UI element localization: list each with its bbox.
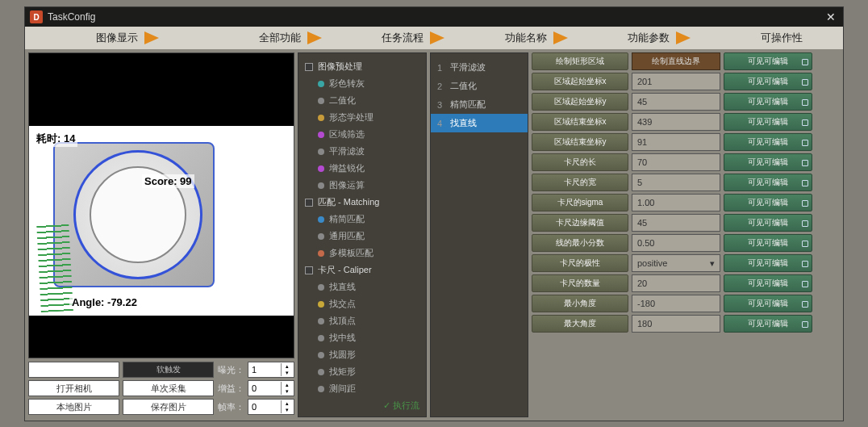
func-icon [318, 352, 324, 358]
header-flow: 任务流程 [352, 31, 474, 45]
save-image-button[interactable]: 保存图片 [123, 399, 214, 415]
fps-spinner[interactable]: ▴▾ [248, 399, 294, 415]
operability-button[interactable]: 可见可编辑 [724, 315, 812, 333]
functions-column: 图像预处理彩色转灰二值化形态学处理区域筛选平滑滤波增益锐化图像运算匹配 - Ma… [298, 52, 427, 417]
header-params: 功能参数 [598, 31, 720, 45]
operability-button[interactable]: 可见可编辑 [724, 274, 812, 292]
func-icon [318, 318, 324, 324]
param-name-button[interactable]: 区域起始坐标x [532, 73, 628, 90]
collapse-icon [305, 63, 313, 71]
func-category[interactable]: 匹配 - Matching [298, 194, 426, 211]
config-window: D TaskConfig ✕ 图像显示 全部功能 任务流程 功能名称 功能参数 … [24, 6, 844, 421]
func-item[interactable]: 精简匹配 [298, 211, 426, 228]
func-item[interactable]: 找矩形 [298, 363, 426, 380]
gain-spinner[interactable]: ▴▾ [248, 380, 294, 396]
param-name-button[interactable]: 卡尺的长 [532, 153, 628, 171]
param-name-button[interactable]: 卡尺的数量 [532, 274, 628, 292]
func-item[interactable]: 找直线 [298, 278, 426, 295]
trigger-select[interactable]: 软触发 [123, 362, 214, 378]
func-icon [318, 149, 324, 155]
collapse-icon [305, 199, 313, 207]
operability-button[interactable]: 可见可编辑 [724, 234, 812, 252]
param-spinner[interactable]: ▴▾ [632, 153, 720, 171]
operability-button[interactable]: 可见可编辑 [724, 93, 812, 111]
flow-step[interactable]: 4找直线 [431, 114, 528, 132]
func-item[interactable]: 通用匹配 [298, 228, 426, 245]
local-image-button[interactable]: 本地图片 [28, 399, 119, 415]
func-item[interactable]: 测间距 [298, 380, 426, 397]
fps-label: 帧率： [217, 401, 244, 413]
func-item[interactable]: 找顶点 [298, 312, 426, 329]
param-spinner[interactable]: ▴▾ [632, 274, 720, 292]
operability-button[interactable]: 可见可编辑 [724, 73, 812, 90]
param-spinner[interactable]: ▴▾ [632, 174, 720, 191]
param-select[interactable]: positive [632, 254, 720, 272]
param-title[interactable]: 绘制直线边界 [632, 52, 720, 70]
func-icon [318, 182, 324, 189]
func-item[interactable]: 找中线 [298, 329, 426, 346]
param-spinner[interactable]: ▴▾ [632, 315, 720, 333]
param-spinner[interactable]: ▴▾ [632, 113, 720, 131]
func-item[interactable]: 多模板匹配 [298, 245, 426, 262]
operability-button[interactable]: 可见可编辑 [724, 133, 812, 151]
column-headers: 图像显示 全部功能 任务流程 功能名称 功能参数 可操作性 [25, 27, 843, 49]
param-name-button[interactable]: 绘制矩形区域 [532, 52, 628, 70]
param-name-button[interactable]: 最小角度 [532, 295, 628, 312]
close-icon[interactable]: ✕ [824, 10, 838, 24]
func-item[interactable]: 增益锐化 [298, 160, 426, 177]
func-item[interactable]: 区域筛选 [298, 126, 426, 143]
flow-step[interactable]: 1平滑滤波 [431, 58, 528, 77]
operability-button[interactable]: 可见可编辑 [724, 153, 812, 171]
open-camera-button[interactable]: 打开相机 [28, 380, 119, 396]
param-spinner[interactable]: ▴▾ [632, 295, 720, 312]
header-ops: 可操作性 [720, 31, 843, 45]
param-name-button[interactable]: 区域结束坐标y [532, 133, 628, 151]
titlebar: D TaskConfig ✕ [25, 7, 843, 27]
param-name-button[interactable]: 卡尺边缘阈值 [532, 214, 628, 232]
param-spinner[interactable]: ▴▾ [632, 234, 720, 252]
func-category[interactable]: 卡尺 - Caliper [298, 262, 426, 278]
func-category[interactable]: 图像预处理 [298, 58, 426, 75]
func-item[interactable]: 形态学处理 [298, 109, 426, 126]
blank-button[interactable] [28, 362, 119, 378]
param-spinner[interactable]: ▴▾ [632, 73, 720, 90]
func-item[interactable]: 彩色转灰 [298, 75, 426, 92]
func-icon [318, 165, 324, 172]
flow-step[interactable]: 3精简匹配 [431, 95, 528, 114]
func-item[interactable]: 平滑滤波 [298, 143, 426, 160]
gain-label: 增益： [217, 383, 244, 395]
operability-button[interactable]: 可见可编辑 [724, 214, 812, 232]
param-spinner[interactable]: ▴▾ [632, 93, 720, 111]
operability-button[interactable]: 可见可编辑 [724, 52, 812, 70]
param-name-button[interactable]: 区域结束坐标x [532, 113, 628, 131]
func-item[interactable]: 找圆形 [298, 346, 426, 363]
param-name-button[interactable]: 区域起始坐标y [532, 93, 628, 111]
operability-button[interactable]: 可见可编辑 [724, 194, 812, 211]
operability-button[interactable]: 可见可编辑 [724, 174, 812, 191]
flow-column: 1平滑滤波2二值化3精简匹配4找直线 [430, 52, 528, 417]
execute-flow[interactable]: ✓ 执行流 [383, 400, 419, 412]
score-label: Score: 99 [142, 174, 194, 188]
operability-button[interactable]: 可见可编辑 [724, 254, 812, 272]
func-item[interactable]: 找交点 [298, 295, 426, 312]
operability-button[interactable]: 可见可编辑 [724, 113, 812, 131]
param-name-button[interactable]: 卡尺的极性 [532, 254, 628, 272]
param-spinner[interactable]: ▴▾ [632, 214, 720, 232]
func-item[interactable]: 二值化 [298, 92, 426, 109]
func-icon [318, 369, 324, 375]
func-icon [318, 81, 324, 87]
window-title: TaskConfig [48, 11, 824, 23]
func-icon [318, 335, 324, 341]
param-name-button[interactable]: 线的最小分数 [532, 234, 628, 252]
func-item[interactable]: 图像运算 [298, 177, 426, 194]
single-capture-button[interactable]: 单次采集 [123, 380, 214, 396]
param-spinner[interactable]: ▴▾ [632, 133, 720, 151]
param-name-button[interactable]: 卡尺的宽 [532, 174, 628, 191]
param-name-button[interactable]: 卡尺的sigma [532, 194, 628, 211]
operability-button[interactable]: 可见可编辑 [724, 295, 812, 312]
param-spinner[interactable]: ▴▾ [632, 194, 720, 211]
flow-step[interactable]: 2二值化 [431, 77, 528, 95]
param-name-button[interactable]: 最大角度 [532, 315, 628, 333]
image-viewer[interactable]: 耗时: 14 Score: 99 Angle: -79.22 [28, 52, 294, 358]
exposure-spinner[interactable]: ▴▾ [248, 362, 294, 378]
